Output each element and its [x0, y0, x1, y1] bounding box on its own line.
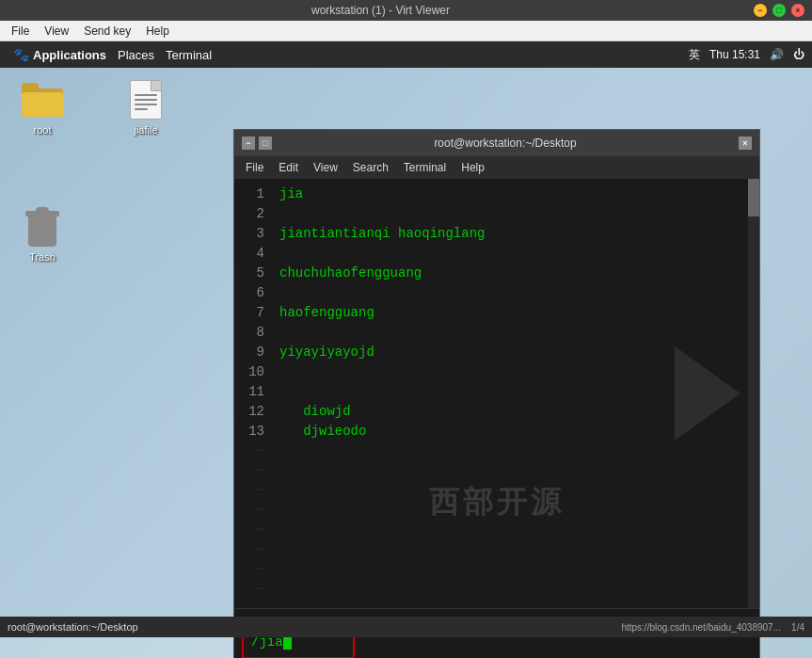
- root-folder-icon[interactable]: root: [9, 77, 75, 136]
- minimize-button[interactable]: −: [754, 4, 767, 17]
- top-panel: 🐾 Applications Places Terminal 英 Thu 15:…: [0, 41, 812, 68]
- term-minimize-button[interactable]: −: [242, 136, 255, 150]
- code-line-4: [279, 244, 740, 264]
- trash-icon[interactable]: Trash: [9, 204, 75, 263]
- line-numbers: 1 2 3 4 5 6 7 8 9 10 11 12 13 ~ ~ ~ ~: [234, 179, 272, 608]
- code-line-8: [279, 323, 740, 343]
- term-help-menu[interactable]: Help: [454, 159, 492, 176]
- code-line-3: jiantiantianqi haoqinglang: [279, 224, 740, 244]
- code-line-10: [279, 362, 740, 382]
- code-line-9: yiyayiyayojd: [279, 343, 740, 362]
- virt-file-menu[interactable]: File: [4, 23, 37, 40]
- trash-label: Trash: [29, 251, 56, 263]
- code-line-13: djwieodo: [279, 422, 740, 441]
- code-line-11: [279, 382, 740, 402]
- folder-shape: [22, 83, 63, 117]
- virt-sendkey-menu[interactable]: Send key: [76, 23, 138, 40]
- places-menu[interactable]: Places: [112, 46, 160, 64]
- code-line-2: [279, 204, 740, 224]
- root-folder-label: root: [34, 124, 52, 136]
- terminal-window: − □ root@workstation:~/Desktop × File Ed…: [233, 129, 760, 658]
- bottom-status-bar: root@workstation:~/Desktop https://blog.…: [0, 617, 812, 637]
- terminal-content[interactable]: 1 2 3 4 5 6 7 8 9 10 11 12 13 ~ ~ ~ ~: [234, 179, 759, 608]
- jiafile-icon[interactable]: jiafile: [113, 77, 179, 136]
- term-close-button[interactable]: ×: [739, 136, 752, 150]
- power-icon[interactable]: ⏻: [793, 48, 804, 61]
- terminal-menu-bar: File Edit View Search Terminal Help: [234, 156, 759, 179]
- term-search-menu[interactable]: Search: [345, 159, 396, 176]
- close-button[interactable]: ×: [791, 4, 804, 17]
- code-line-6: [279, 283, 740, 303]
- term-edit-menu[interactable]: Edit: [271, 159, 306, 176]
- virt-title-bar: workstation (1) - Virt Viewer − □ ×: [0, 0, 812, 21]
- panel-right-area: 英 Thu 15:31 🔊 ⏻: [689, 47, 804, 63]
- code-line-7: haofengguang: [279, 303, 740, 323]
- status-right-text: https://blog.csdn.net/baidu_4038907... 1…: [621, 622, 804, 633]
- virt-help-menu[interactable]: Help: [138, 23, 177, 40]
- term-terminal-menu[interactable]: Terminal: [396, 159, 454, 176]
- terminal-menu-item[interactable]: Terminal: [160, 46, 217, 64]
- language-indicator: 英: [689, 47, 700, 63]
- maximize-button[interactable]: □: [772, 4, 786, 17]
- volume-icon[interactable]: 🔊: [770, 48, 784, 61]
- term-view-menu[interactable]: View: [306, 159, 345, 176]
- jiafile-label: jiafile: [134, 124, 157, 136]
- clock: Thu 15:31: [709, 48, 760, 61]
- status-left-text: root@workstation:~/Desktop: [8, 621, 138, 633]
- terminal-title-text: root@workstation:~/Desktop: [272, 136, 739, 150]
- desktop-area: root jiafile: [0, 68, 812, 658]
- code-content[interactable]: jia jiantiantianqi haoqinglang chuchuhao…: [272, 179, 748, 608]
- applications-menu[interactable]: 🐾 Applications: [8, 45, 112, 64]
- code-line-1: jia: [279, 185, 740, 204]
- file-shape: [130, 80, 162, 120]
- code-line-12: diowjd: [279, 402, 740, 422]
- term-window-controls[interactable]: − □: [242, 136, 272, 150]
- terminal-scrollbar[interactable]: [748, 179, 759, 608]
- desktop: 🐾 Applications Places Terminal 英 Thu 15:…: [0, 41, 812, 637]
- term-maximize-button[interactable]: □: [259, 136, 272, 150]
- terminal-title-bar: − □ root@workstation:~/Desktop ×: [234, 130, 759, 156]
- virt-view-menu[interactable]: View: [37, 23, 76, 40]
- trash-shape: [25, 207, 59, 247]
- virt-title-text: workstation (1) - Virt Viewer: [8, 4, 754, 17]
- virt-menu-bar: File View Send key Help: [0, 21, 812, 41]
- scroll-thumb[interactable]: [748, 179, 759, 217]
- term-file-menu[interactable]: File: [238, 159, 271, 176]
- virt-window-buttons[interactable]: − □ ×: [754, 4, 804, 17]
- code-line-5: chuchuhaofengguang: [279, 264, 740, 283]
